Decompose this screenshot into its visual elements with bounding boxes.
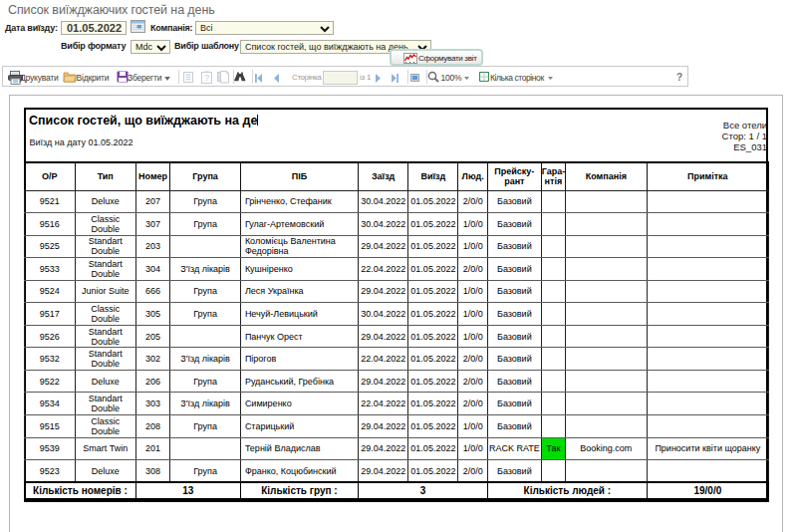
svg-text:?: ?: [204, 73, 209, 83]
